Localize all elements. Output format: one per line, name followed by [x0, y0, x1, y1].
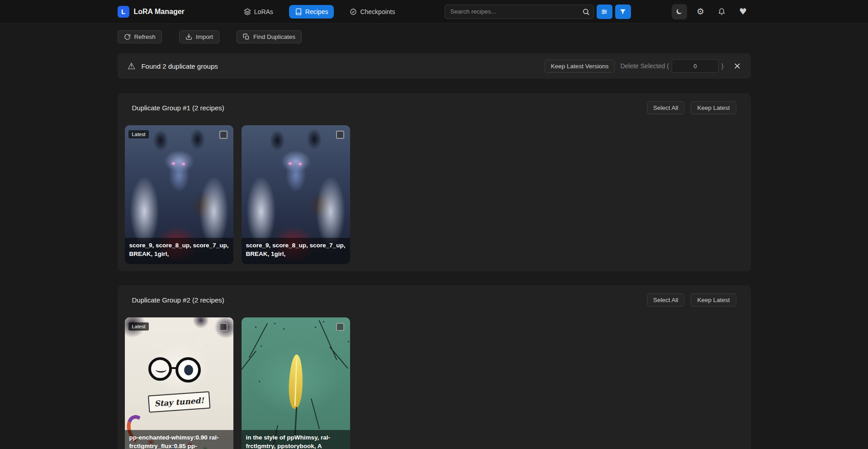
tab-label: LoRAs: [254, 8, 273, 15]
refresh-button[interactable]: Refresh: [118, 30, 162, 43]
feather-branch: [242, 350, 256, 371]
recipe-select-checkbox[interactable]: [219, 131, 228, 139]
brand[interactable]: L LoRA Manager: [118, 6, 185, 18]
feather-branch: [329, 347, 348, 369]
recipe-select-checkbox[interactable]: [336, 323, 344, 331]
favorites-button[interactable]: ♥: [735, 4, 751, 19]
select-all-button[interactable]: Select All: [647, 293, 685, 307]
cat-glasses: [175, 357, 201, 383]
find-duplicates-button[interactable]: Find Duplicates: [237, 30, 302, 43]
funnel-icon: [619, 8, 626, 15]
settings-button[interactable]: ⚙: [693, 4, 708, 19]
alert-message: Found 2 duplicate groups: [141, 62, 218, 70]
recipe-card[interactable]: score_9, score_8_up, score_7_up, BREAK, …: [242, 125, 350, 264]
duplicate-group-card: Duplicate Group #1 (2 recipes) Select Al…: [118, 93, 751, 271]
tab-loras[interactable]: LoRAs: [238, 5, 279, 19]
tab-recipes[interactable]: Recipes: [289, 5, 334, 19]
recipe-thumbnail: Stay tuned!: [125, 317, 233, 449]
cat-wink-eye: [156, 367, 166, 373]
select-all-button[interactable]: Select All: [647, 101, 685, 114]
keep-latest-label: Keep Latest: [697, 297, 730, 303]
latest-badge: Latest: [128, 322, 149, 331]
select-all-label: Select All: [653, 297, 678, 303]
tab-label: Checkpoints: [360, 8, 395, 15]
stay-tuned-sign: Stay tuned!: [147, 391, 210, 412]
cat-ear: [190, 334, 206, 349]
gear-icon: ⚙: [697, 7, 704, 16]
delete-selected-suffix: ): [721, 62, 724, 70]
recipe-caption: in the style of ppWhimsy, ral-frctlgmtry…: [242, 430, 350, 449]
thumbnail-glow-eyes: [289, 162, 292, 165]
delete-count-input[interactable]: [672, 59, 719, 73]
refresh-icon: [124, 33, 131, 40]
moon-icon: [675, 8, 683, 15]
keep-latest-button[interactable]: Keep Latest: [691, 293, 736, 307]
recipe-card[interactable]: Latest score_9, score_8_up, score_7_up, …: [125, 125, 233, 264]
select-all-label: Select All: [653, 104, 678, 111]
cat-eye: [184, 365, 193, 375]
keep-latest-versions-label: Keep Latest Versions: [551, 63, 609, 70]
cat-ear: [148, 336, 165, 350]
import-label: Import: [196, 33, 213, 40]
thumbnail-glow-eyes: [172, 162, 175, 165]
feather-branch: [310, 398, 319, 429]
recipe-card[interactable]: Stay tuned! Latest pp-enchanted-whimsy:0…: [125, 317, 233, 449]
sliders-button[interactable]: [597, 5, 612, 19]
theme-toggle-button[interactable]: [672, 4, 687, 19]
search-input[interactable]: [445, 5, 594, 19]
copy-icon: [243, 33, 250, 40]
search-icon[interactable]: [582, 8, 590, 15]
close-icon: [734, 62, 741, 70]
feather-specks: [255, 326, 256, 328]
import-button[interactable]: Import: [179, 30, 219, 43]
keep-latest-button[interactable]: Keep Latest: [691, 101, 736, 114]
nav-tabs: LoRAs Recipes Checkpoints: [238, 5, 401, 19]
recipe-card[interactable]: in the style of ppWhimsy, ral-frctlgmtry…: [242, 317, 350, 449]
bell-icon: [718, 8, 726, 15]
recipe-select-checkbox[interactable]: [219, 323, 228, 331]
sliders-icon: [601, 8, 608, 15]
notifications-button[interactable]: [714, 4, 730, 19]
recipe-thumbnail: [242, 317, 350, 449]
app-logo-letter: L: [121, 8, 125, 15]
tab-checkpoints[interactable]: Checkpoints: [344, 5, 401, 19]
navbar: L LoRA Manager LoRAs Recipes C: [0, 0, 868, 24]
toolbar: Refresh Import Find Duplicates: [118, 30, 751, 43]
search-area: [445, 5, 631, 19]
heart-icon: ♥: [739, 7, 747, 16]
close-alert-button[interactable]: [734, 62, 741, 70]
recipe-select-checkbox[interactable]: [336, 131, 344, 139]
delete-selected-control: Delete Selected ( ): [620, 59, 723, 73]
check-circle-icon: [350, 8, 357, 15]
duplicate-group-card: Duplicate Group #2 (2 recipes) Select Al…: [118, 285, 751, 449]
find-duplicates-label: Find Duplicates: [253, 33, 295, 40]
recipe-caption: score_9, score_8_up, score_7_up, BREAK, …: [125, 238, 233, 264]
warning-icon: ⚠: [128, 61, 136, 71]
group-title: Duplicate Group #2 (2 recipes): [132, 296, 224, 304]
recipe-caption: pp-enchanted-whimsy:0.90 ral-frctlgmtry_…: [125, 430, 233, 449]
keep-latest-versions-button[interactable]: Keep Latest Versions: [545, 60, 615, 73]
app-logo: L: [118, 6, 129, 18]
keep-latest-label: Keep Latest: [697, 104, 730, 111]
app-title: LoRA Manager: [134, 8, 185, 16]
group-title: Duplicate Group #1 (2 recipes): [132, 104, 224, 112]
book-icon: [295, 8, 302, 15]
delete-selected-label: Delete Selected (: [620, 62, 669, 70]
import-icon: [185, 33, 192, 40]
layers-icon: [244, 8, 251, 15]
recipe-caption: score_9, score_8_up, score_7_up, BREAK, …: [242, 238, 350, 264]
duplicate-alert: ⚠ Found 2 duplicate groups Keep Latest V…: [118, 53, 751, 79]
cat-glasses: [148, 357, 172, 381]
feather-branch: [318, 320, 337, 360]
page-content: Refresh Import Find Duplicates ⚠ Found 2…: [118, 30, 751, 449]
filter-button[interactable]: [615, 5, 631, 19]
feather-branch: [248, 323, 267, 358]
refresh-label: Refresh: [134, 33, 156, 40]
nav-actions: ⚙ ♥: [672, 4, 751, 19]
latest-badge: Latest: [128, 130, 149, 138]
tab-label: Recipes: [305, 8, 328, 15]
